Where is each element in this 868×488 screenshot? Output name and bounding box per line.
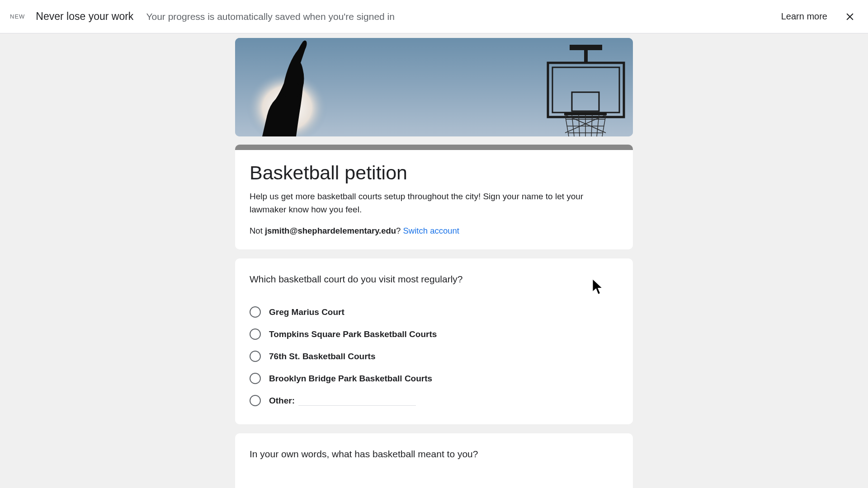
account-not-prefix: Not <box>250 226 265 235</box>
option-label: Brooklyn Bridge Park Basketball Courts <box>269 374 432 384</box>
svg-rect-7 <box>570 45 602 50</box>
radio-option[interactable]: 76th St. Basketball Courts <box>250 345 618 367</box>
banner-subtitle: Your progress is automatically saved whe… <box>146 11 781 22</box>
account-qmark: ? <box>396 226 403 235</box>
form-header-card: Basketball petition Help us get more bas… <box>235 145 633 249</box>
form-title: Basketball petition <box>250 162 618 184</box>
radio-icon <box>250 328 261 340</box>
svg-point-2 <box>283 81 301 99</box>
radio-option-other[interactable]: Other: <box>250 389 618 412</box>
radio-option[interactable]: Brooklyn Bridge Park Basketball Courts <box>250 367 618 389</box>
option-label-other: Other: <box>269 396 295 406</box>
header-image <box>235 38 633 136</box>
close-icon <box>844 11 856 23</box>
question-2-title: In your own words, what has basketball m… <box>250 449 618 460</box>
option-label: Tompkins Square Park Basketball Courts <box>269 329 437 339</box>
radio-option[interactable]: Greg Marius Court <box>250 301 618 323</box>
switch-account-link[interactable]: Switch account <box>403 226 459 235</box>
form-description: Help us get more basketball courts setup… <box>250 190 618 216</box>
radio-icon <box>250 395 261 406</box>
option-label: 76th St. Basketball Courts <box>269 352 375 361</box>
radio-icon <box>250 306 261 318</box>
question-2-card: In your own words, what has basketball m… <box>235 433 633 488</box>
account-info: Not jsmith@shephardelementary.edu? Switc… <box>250 226 618 236</box>
radio-option[interactable]: Tompkins Square Park Basketball Courts <box>250 323 618 345</box>
form-content: Basketball petition Help us get more bas… <box>0 33 868 488</box>
question-1-title: Which basketball court do you visit most… <box>250 274 618 285</box>
close-banner-button[interactable] <box>842 9 858 25</box>
learn-more-link[interactable]: Learn more <box>781 11 827 22</box>
option-label: Greg Marius Court <box>269 307 344 317</box>
new-badge: NEW <box>10 13 25 20</box>
banner-title: Never lose your work <box>36 10 133 23</box>
question-1-card: Which basketball court do you visit most… <box>235 258 633 424</box>
other-text-input[interactable] <box>298 395 416 406</box>
radio-icon <box>250 351 261 362</box>
radio-icon <box>250 373 261 384</box>
account-email: jsmith@shephardelementary.edu <box>265 226 396 235</box>
notification-banner: NEW Never lose your work Your progress i… <box>0 0 868 33</box>
